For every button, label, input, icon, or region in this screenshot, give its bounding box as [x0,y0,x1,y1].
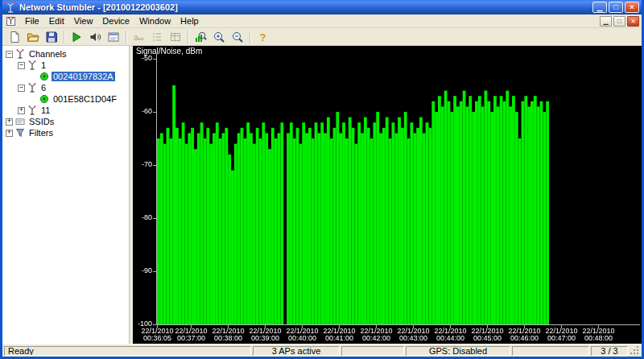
tree-item-label: Filters [27,128,55,138]
main-area: −Channels−100240197832A−6001E58C1D04F+11… [2,46,642,344]
status-ready: Ready [4,346,251,356]
tree-item-label: 1 [39,60,47,70]
document-icon[interactable] [6,16,17,27]
ssids-icon [15,117,25,126]
menu-edit[interactable]: Edit [44,15,69,27]
open-file-button[interactable] [24,29,42,45]
menu-view[interactable]: View [69,15,98,27]
tree-item-001e58c1d04f[interactable]: 001E58C1D04F [4,93,129,105]
new-file-button[interactable] [6,29,23,45]
chart-area: Signal/Noise, dBm [133,46,642,344]
toolbar-separator [64,31,64,43]
zoom-in-button[interactable] [210,29,228,45]
tree-item-channels[interactable]: −Channels [4,48,129,60]
antenna-icon [27,83,37,93]
expand-icon[interactable]: + [6,118,13,126]
autosize-columns-button: a [130,29,147,45]
scan-toggle-button[interactable] [68,29,85,45]
help-question-icon: ? [256,31,269,43]
list-view-button [148,29,166,45]
toolbar: a? [2,28,642,46]
zoom-in-icon [213,31,225,43]
collapse-icon[interactable]: − [18,62,25,69]
app-window: Network Stumbler - [20100122003602] ▁ □ … [0,0,644,359]
statusbar: Ready3 APs activeGPS: Disabled3 / 3 [2,344,642,357]
autosize-icon: a [132,31,145,43]
tree-item-label: 6 [39,83,47,93]
tree-item-00240197832a[interactable]: 00240197832A [4,71,129,82]
save-button[interactable] [43,29,60,45]
tree-item-label: 11 [39,105,52,115]
antenna-icon [27,60,37,70]
tree-item-label: 001E58C1D04F [52,94,118,104]
chart-axis-label: Signal/Noise, dBm [136,47,202,56]
signal-chart [133,46,642,344]
save-floppy-icon [45,31,58,43]
tree-item-11[interactable]: +11 [4,105,129,116]
status-blank-2 [512,346,589,356]
window-controls: ▁ □ ✕ [592,2,639,13]
menu-items: FileEditViewDeviceWindowHelp [20,15,204,27]
tree-item-label: 00240197832A [52,72,115,81]
expand-icon[interactable]: + [18,107,25,114]
details-view-icon [169,31,182,43]
titlebar: Network Stumbler - [20100122003602] ▁ □ … [2,0,642,14]
antenna-icon [27,105,37,115]
svg-text:?: ? [260,31,266,43]
menubar: FileEditViewDeviceWindowHelp ▁ □ ✕ [2,14,642,28]
sound-toggle-button[interactable] [86,29,104,45]
status-aps: 3 APs active [253,346,340,356]
ap-green-icon [39,94,49,104]
toolbar-separator [126,31,126,43]
open-folder-icon [27,31,39,43]
mdi-restore-button[interactable]: □ [613,16,625,27]
tree-item-ssids[interactable]: +SSIDs [4,116,129,127]
scan-play-icon [70,31,83,43]
details-view-button [167,29,184,45]
window-title: Network Stumbler - [20100122003602] [19,2,592,12]
channel-tree: −Channels−100240197832A−6001E58C1D04F+11… [2,46,130,344]
antenna-icon [15,49,25,59]
toolbar-separator [188,31,188,43]
zoom-chart-icon [194,31,207,43]
resize-grip-icon[interactable] [630,346,640,356]
tree-item-label: Channels [27,49,68,59]
menu-window[interactable]: Window [134,15,175,27]
collapse-icon[interactable]: − [18,85,25,92]
options-card-icon [107,31,120,43]
list-view-icon [151,31,163,43]
mdi-close-button[interactable]: ✕ [627,16,639,27]
speaker-icon [89,31,101,43]
maximize-button[interactable]: □ [609,2,623,13]
menu-file[interactable]: File [20,15,44,27]
toolbar-separator [250,31,250,43]
status-blank-1 [341,346,404,356]
zoom-out-button[interactable] [229,29,246,45]
mdi-window-controls: ▁ □ ✕ [600,16,640,27]
status-count: 3 / 3 [591,346,628,356]
tree-item-6[interactable]: −6 [4,82,129,93]
tree-item-label: SSIDs [27,117,56,126]
close-button[interactable]: ✕ [625,2,639,13]
zoom-fit-button[interactable] [192,29,209,45]
svg-text:a: a [134,33,138,42]
zoom-out-icon [231,31,244,43]
collapse-icon[interactable]: − [6,51,13,58]
minimize-button[interactable]: ▁ [592,2,607,13]
tree-item-filters[interactable]: +Filters [4,127,129,138]
mdi-minimize-button[interactable]: ▁ [600,16,612,27]
menu-device[interactable]: Device [97,15,134,27]
ap-green-icon [39,72,49,81]
options-button[interactable] [105,29,122,45]
filter-funnel-icon [15,128,25,138]
app-icon [5,2,16,13]
tree-item-1[interactable]: −1 [4,60,129,71]
expand-icon[interactable]: + [6,130,13,137]
help-button[interactable]: ? [254,29,271,45]
menu-help[interactable]: Help [175,15,204,27]
new-file-icon [8,31,21,43]
status-gps: GPS: Disabled [406,346,510,356]
